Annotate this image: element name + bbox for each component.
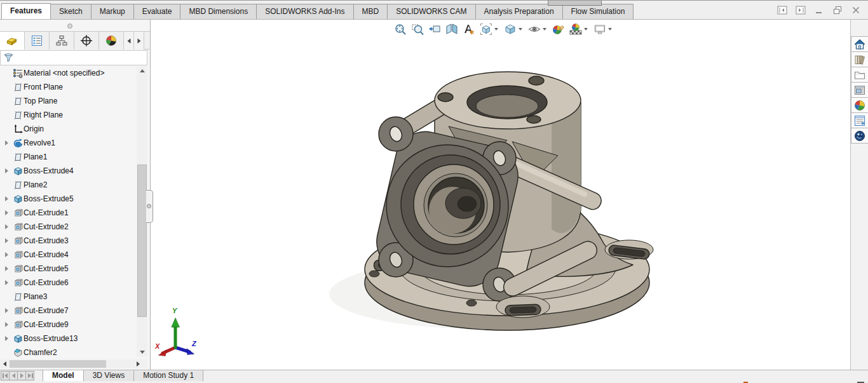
view-orientation-button[interactable] [477, 21, 494, 37]
ribbon-tab-solidworks-add-ins[interactable]: SOLIDWORKS Add-Ins [256, 4, 353, 19]
section-view-button[interactable] [443, 21, 460, 37]
nav-prev-button[interactable] [9, 371, 18, 380]
study-tab-motion-study-1[interactable]: Motion Study 1 [134, 370, 203, 381]
dynamic-annotation-views-button[interactable] [460, 21, 477, 37]
panel-flyout-handle[interactable] [146, 190, 153, 223]
tree-item-boss-extrude4[interactable]: Boss-Extrude4 [0, 164, 135, 178]
ribbon-tab-mbd-dimensions[interactable]: MBD Dimensions [180, 4, 257, 19]
expand-arrow-icon[interactable] [5, 280, 8, 285]
tree-item-cut-extrude5[interactable]: Cut-Extrude5 [0, 262, 135, 276]
appearances-button[interactable] [851, 97, 868, 113]
zoom-to-area-button[interactable] [409, 21, 426, 37]
window-restore-button[interactable] [832, 5, 843, 15]
expand-arrow-icon[interactable] [5, 196, 8, 201]
previous-view-button[interactable] [426, 21, 443, 37]
expand-arrow-icon[interactable] [5, 210, 8, 215]
forum-button[interactable] [851, 128, 868, 144]
nav-first-button[interactable] [1, 371, 10, 380]
window-close-button[interactable] [850, 5, 862, 15]
tree-item-cut-extrude3[interactable]: Cut-Extrude3 [0, 234, 135, 248]
tree-item-label: Origin [24, 124, 44, 133]
apply-scene-icon [569, 22, 583, 36]
zoom-to-fit-button[interactable] [391, 21, 409, 37]
dropdown-caret-icon[interactable] [584, 28, 588, 30]
scroll-up-button[interactable] [137, 66, 147, 76]
expand-arrow-icon[interactable] [5, 224, 8, 229]
tree-item-cut-extrude6[interactable]: Cut-Extrude6 [0, 276, 135, 290]
tree-item-plane3[interactable]: Plane3 [0, 290, 135, 304]
manager-tab-dimxpert[interactable] [74, 32, 99, 50]
window-pane-next-button[interactable] [795, 5, 806, 15]
expand-arrow-icon[interactable] [5, 252, 8, 257]
tree-item-chamfer2[interactable]: Chamfer2 [0, 346, 135, 359]
tree-item-top-plane[interactable]: Top Plane [0, 94, 135, 108]
window-pane-previous-button[interactable] [776, 5, 788, 15]
horizontal-scroll-thumb[interactable] [10, 360, 106, 368]
scroll-down-button[interactable] [137, 347, 147, 357]
expand-arrow-icon[interactable] [5, 322, 8, 327]
part-model[interactable] [151, 20, 850, 370]
ribbon-tab-features[interactable]: Features [1, 3, 51, 19]
tree-item-plane2[interactable]: Plane2 [0, 178, 135, 192]
tree-item-cut-extrude7[interactable]: Cut-Extrude7 [0, 304, 135, 318]
dropdown-caret-icon[interactable] [494, 28, 498, 30]
manager-tab-propertymanager[interactable] [25, 32, 50, 50]
tree-item-cut-extrude1[interactable]: Cut-Extrude1 [0, 206, 135, 220]
tree-item-revolve1[interactable]: Revolve1 [0, 136, 135, 150]
tree-item-cut-extrude2[interactable]: Cut-Extrude2 [0, 220, 135, 234]
manager-tab-featuremanager[interactable] [0, 32, 25, 50]
nav-last-button[interactable] [25, 371, 34, 380]
nav-next-button[interactable] [17, 371, 26, 380]
tree-item-boss-extrude13[interactable]: Boss-Extrude13 [0, 332, 135, 346]
display-style-button[interactable] [501, 21, 519, 37]
expand-arrow-icon[interactable] [5, 266, 8, 271]
view-palette-button[interactable] [851, 82, 868, 98]
ribbon-tab-markup[interactable]: Markup [91, 4, 134, 19]
home-button[interactable] [851, 36, 868, 52]
window-minimize-button[interactable] [813, 5, 825, 15]
tree-item-cut-extrude4[interactable]: Cut-Extrude4 [0, 248, 135, 262]
design-library-button[interactable] [851, 51, 868, 67]
manager-tab-configurationmanager[interactable] [50, 32, 74, 50]
hide-show-items-button[interactable] [526, 21, 543, 37]
tree-item-plane1[interactable]: Plane1 [0, 150, 135, 164]
tree-filter-bar[interactable] [0, 50, 147, 65]
apply-scene-button[interactable] [567, 21, 584, 37]
ribbon-tab-solidworks-cam[interactable]: SOLIDWORKS CAM [387, 4, 475, 19]
expand-arrow-icon[interactable] [5, 168, 8, 173]
view-settings-button[interactable] [591, 21, 608, 37]
dropdown-caret-icon[interactable] [608, 28, 612, 30]
scroll-left-button[interactable] [0, 359, 9, 368]
expand-arrow-icon[interactable] [5, 238, 8, 243]
expand-arrow-icon[interactable] [5, 140, 8, 145]
manager-tabs-scroll-right[interactable] [134, 32, 144, 50]
study-tab-3d-views[interactable]: 3D Views [84, 370, 134, 381]
tree-item-material-not-specified[interactable]: Material <not specified> [0, 66, 135, 80]
tree-horizontal-scrollbar[interactable] [0, 359, 147, 368]
ribbon-tab-analysis-preparation[interactable]: Analysis Preparation [475, 4, 563, 19]
vertical-scroll-thumb[interactable] [137, 165, 147, 317]
custom-properties-button[interactable] [851, 112, 868, 128]
file-explorer-button[interactable] [851, 67, 868, 83]
edit-appearance-button[interactable] [550, 21, 567, 37]
scroll-right-button[interactable] [133, 359, 142, 368]
dropdown-caret-icon[interactable] [543, 28, 546, 30]
tree-item-front-plane[interactable]: Front Plane [0, 80, 135, 94]
tree-item-boss-extrude5[interactable]: Boss-Extrude5 [0, 192, 135, 206]
panel-splitter-grip[interactable] [67, 24, 72, 29]
tree-item-right-plane[interactable]: Right Plane [0, 108, 135, 122]
graphics-viewport[interactable]: X Y Z [151, 20, 850, 370]
expand-arrow-icon[interactable] [5, 336, 8, 341]
dropdown-caret-icon[interactable] [519, 28, 522, 30]
manager-tab-displaymanager[interactable] [99, 32, 124, 50]
tree-item-origin[interactable]: Origin [0, 122, 135, 136]
filter-icon [3, 53, 14, 64]
tree-item-cut-extrude9[interactable]: Cut-Extrude9 [0, 318, 135, 332]
ribbon-tab-evaluate[interactable]: Evaluate [133, 4, 181, 19]
ribbon-tab-sketch[interactable]: Sketch [50, 4, 92, 19]
ribbon-tab-flow-simulation[interactable]: Flow Simulation [562, 4, 634, 19]
manager-tabs-scroll-left[interactable] [124, 32, 134, 50]
study-tab-model[interactable]: Model [43, 370, 84, 381]
ribbon-tab-mbd[interactable]: MBD [353, 4, 388, 19]
expand-arrow-icon[interactable] [5, 308, 8, 313]
